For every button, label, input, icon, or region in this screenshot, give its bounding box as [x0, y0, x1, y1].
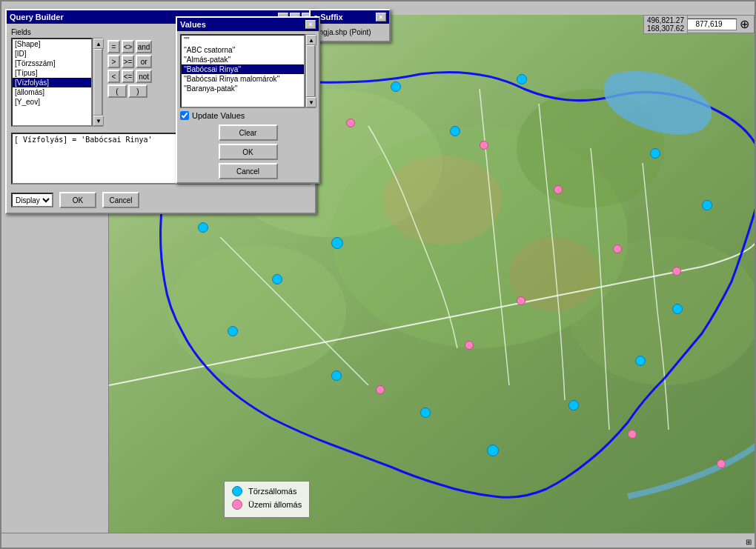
field-item-id[interactable]: [ID]: [13, 49, 91, 59]
values-scroll-thumb[interactable]: [306, 45, 315, 97]
station-dot: [672, 304, 683, 314]
fields-section: Fields [Shape] [ID] [Törzsszám] [Típus] …: [11, 28, 103, 127]
uzemi-dot: [613, 244, 622, 253]
uzemi-dot: [346, 119, 355, 127]
field-item-torzs[interactable]: [Törzsszám]: [13, 59, 91, 68]
update-values-label: Update Values: [192, 111, 245, 120]
fields-scroll-thumb[interactable]: [93, 49, 102, 116]
main-window: Scale 1: ⊕ 496,821.27 168,307.62 Törzsál…: [0, 0, 756, 549]
suffix-close-btn[interactable]: ×: [376, 13, 386, 21]
fields-scrollbar[interactable]: ▲ ▼: [93, 38, 103, 127]
op-gte-btn[interactable]: >=: [122, 55, 134, 68]
values-scroll-up[interactable]: ▲: [306, 35, 316, 45]
station-dot: [517, 74, 527, 84]
uzemi-dot: [672, 267, 681, 276]
fields-scroll-up[interactable]: ▲: [93, 39, 104, 49]
op-row-2: > >= or: [107, 55, 152, 68]
svg-point-6: [383, 156, 502, 244]
station-dot: [420, 407, 431, 418]
values-listbox[interactable]: '''' ''ABC csatorna'' ''Almás-patak'' ''…: [180, 34, 305, 108]
values-close-btn[interactable]: ×: [305, 20, 316, 29]
station-dot: [487, 445, 499, 456]
operators-section: = <> and > >= or < <= not: [107, 28, 152, 127]
field-item-yeov[interactable]: [Y_eov]: [13, 97, 91, 107]
values-title-bar: Values ×: [177, 18, 319, 31]
op-row-1: = <> and: [107, 40, 152, 53]
legend-label-1: Törzsállomás: [248, 487, 296, 496]
uzemi-dot: [517, 296, 525, 305]
op-gt-btn[interactable]: >: [107, 55, 120, 68]
values-title-label: Values: [180, 20, 206, 29]
station-dot: [450, 126, 460, 136]
values-cancel-btn[interactable]: Cancel: [219, 163, 278, 179]
value-item-1[interactable]: ''ABC csatorna'': [182, 45, 304, 55]
values-ok-btn[interactable]: OK: [219, 144, 278, 160]
op-open-paren-btn[interactable]: (: [107, 84, 127, 98]
op-and-btn[interactable]: and: [136, 40, 152, 53]
values-buttons: Clear OK Cancel: [180, 124, 316, 179]
field-item-tipus[interactable]: [Típus]: [13, 68, 91, 78]
status-bar: ⊞: [1, 533, 755, 548]
value-item-0[interactable]: '''': [182, 36, 304, 45]
value-item-4[interactable]: ''Babócsai Rinya malomárok'': [182, 74, 304, 84]
op-neq-btn[interactable]: <>: [122, 40, 134, 53]
suffix-dialog: e Suffix × ringja.shp (Point): [309, 9, 391, 42]
station-dot: [568, 400, 579, 410]
values-dialog: Values × '''' ''ABC csatorna'' ''Almás-p…: [176, 16, 320, 184]
zoom-icon[interactable]: ⊕: [740, 17, 749, 31]
op-row-3: < <= not: [107, 70, 152, 83]
uzemi-dot: [628, 430, 637, 439]
update-values-checkbox[interactable]: [180, 111, 189, 120]
station-dot: [331, 370, 342, 381]
station-dot: [331, 237, 343, 249]
op-lt-btn[interactable]: <: [107, 70, 120, 83]
coord-y: 168,307.62: [647, 24, 684, 33]
uzemi-dot: [554, 185, 563, 194]
uzemi-dot: [717, 459, 726, 468]
station-dot: [702, 200, 712, 210]
station-dot: [198, 222, 208, 233]
op-row-4: ( ): [107, 84, 152, 98]
field-item-allomas[interactable]: [állomás]: [13, 87, 91, 97]
legend-pink-dot: [232, 499, 242, 510]
field-item-vizfolyas[interactable]: [Vízfolyás]: [13, 78, 91, 87]
coord-x: 496,821.27: [647, 16, 684, 24]
query-ok-btn[interactable]: OK: [59, 192, 96, 208]
uzemi-dot: [465, 341, 474, 350]
suffix-title-buttons: ×: [376, 13, 386, 21]
fields-list-wrapper: [Shape] [ID] [Törzsszám] [Típus] [Vízfol…: [11, 38, 103, 127]
fields-listbox[interactable]: [Shape] [ID] [Törzsszám] [Típus] [Vízfol…: [11, 38, 93, 127]
op-close-paren-btn[interactable]: ): [128, 84, 147, 98]
station-dot: [272, 274, 282, 285]
legend-label-2: Üzemi állomás: [248, 500, 302, 509]
op-not-btn[interactable]: not: [136, 70, 152, 83]
op-eq-btn[interactable]: =: [107, 40, 120, 53]
op-lte-btn[interactable]: <=: [122, 70, 134, 83]
display-select[interactable]: Display: [11, 193, 53, 207]
query-builder-title-label: Query Builder: [10, 13, 64, 21]
suffix-layer-info: ringja.shp (Point): [314, 27, 386, 38]
map-legend: Törzsállomás Üzemi állomás: [224, 481, 310, 518]
values-scroll-down[interactable]: ▼: [306, 97, 316, 107]
legend-cyan-dot: [232, 486, 242, 496]
station-dot: [635, 356, 646, 366]
values-title-buttons: ×: [305, 20, 316, 29]
op-or-btn[interactable]: or: [136, 55, 152, 68]
scale-input[interactable]: [681, 19, 737, 30]
value-item-3[interactable]: ''Babócsai Rinya'': [182, 64, 304, 74]
values-clear-btn[interactable]: Clear: [219, 124, 278, 141]
station-dot: [650, 148, 660, 159]
svg-point-4: [168, 244, 346, 378]
values-scrollbar[interactable]: ▲ ▼: [305, 34, 316, 108]
query-cancel-btn[interactable]: Cancel: [102, 192, 139, 208]
field-item-shape[interactable]: [Shape]: [13, 39, 91, 49]
query-bottom-row: Display OK Cancel: [11, 192, 311, 208]
resize-grip: ⊞: [746, 538, 752, 546]
uzemi-dot: [480, 141, 488, 150]
operators-spacer: [107, 28, 152, 39]
value-item-2[interactable]: ''Almás-patak'': [182, 55, 304, 64]
coord-display: 496,821.27 168,307.62: [643, 15, 688, 34]
update-values-row: Update Values: [180, 111, 316, 120]
value-item-5[interactable]: ''Baranya-patak'': [182, 84, 304, 93]
fields-scroll-down[interactable]: ▼: [93, 116, 104, 126]
